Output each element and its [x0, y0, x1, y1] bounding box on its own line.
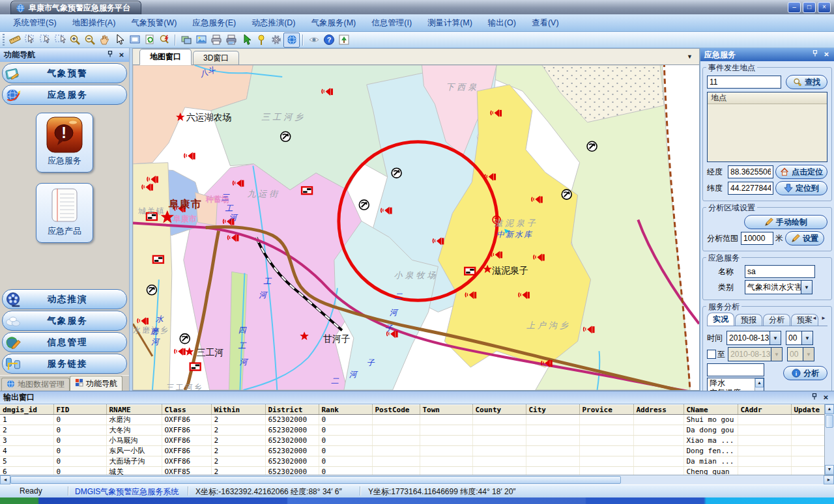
- chevron-down-icon[interactable]: ▼: [801, 281, 812, 294]
- table-row[interactable]: 30小马厩沟OXFF8626523020000Xiao ma ...: [0, 436, 824, 446]
- listbox-scrollbar[interactable]: ▲ ▼: [755, 378, 764, 391]
- mine-marker[interactable]: [392, 168, 401, 178]
- column-header[interactable]: Update: [791, 405, 824, 415]
- column-header[interactable]: RNAME: [106, 405, 162, 415]
- column-header[interactable]: City: [526, 405, 579, 415]
- service-type-select[interactable]: 气象和洪水灾害 ▼: [745, 280, 812, 294]
- location-list[interactable]: 地点: [707, 92, 827, 162]
- column-header[interactable]: CName: [683, 405, 738, 415]
- print-icon[interactable]: [208, 33, 223, 47]
- pointer-icon[interactable]: [112, 33, 127, 47]
- map-tab-0[interactable]: 地图窗口: [139, 49, 192, 65]
- select-poly-icon[interactable]: [37, 33, 52, 47]
- scroll-up-icon[interactable]: ▲: [825, 404, 834, 414]
- analysis-tab-2[interactable]: 分析: [763, 314, 790, 326]
- minimize-button[interactable]: –: [788, 2, 801, 13]
- ruler-icon[interactable]: [7, 33, 22, 47]
- nav-group-bottom-0[interactable]: 动态推演: [2, 289, 127, 309]
- map-canvas[interactable]: 八斗六运湖农场三工河乡下西泉九运街阜康市城关镇种蓄场阜康市水磨沟乡三工河三工河乡…: [133, 65, 699, 390]
- zoom-out-icon[interactable]: [82, 33, 97, 47]
- location-search-input[interactable]: [707, 76, 781, 89]
- menu-item-5[interactable]: 气象服务(M): [304, 18, 364, 29]
- column-header[interactable]: Rank: [319, 405, 372, 415]
- flag-marker[interactable]: [465, 268, 475, 275]
- shortcut-0[interactable]: !应急服务: [36, 113, 93, 173]
- menu-item-3[interactable]: 应急服务(E): [184, 18, 244, 29]
- click-locate-button[interactable]: 点击定位: [775, 165, 827, 179]
- nav-group-1[interactable]: 应急服务: [2, 85, 127, 105]
- latitude-input[interactable]: [728, 182, 773, 195]
- longitude-input[interactable]: [728, 165, 773, 178]
- mine-marker[interactable]: [562, 189, 571, 199]
- horizontal-scrollbar[interactable]: ◄ ►: [0, 475, 834, 484]
- column-header[interactable]: Within: [211, 405, 265, 415]
- menu-item-8[interactable]: 输出(O): [480, 18, 524, 29]
- menu-item-6[interactable]: 信息管理(I): [364, 18, 420, 29]
- go-arrow-icon[interactable]: [238, 33, 253, 47]
- map-layers-icon[interactable]: [179, 33, 194, 47]
- mine-marker[interactable]: [281, 132, 291, 141]
- flag-marker[interactable]: [302, 187, 312, 194]
- restore-button[interactable]: □: [803, 2, 816, 13]
- search-button[interactable]: 查找: [786, 75, 827, 89]
- location-list-header[interactable]: 地点: [708, 92, 827, 104]
- print-preview-icon[interactable]: [223, 33, 238, 47]
- goto-location-button[interactable]: 定位到: [775, 181, 827, 195]
- menu-item-7[interactable]: 测量计算(M): [420, 18, 480, 29]
- analysis-tab-1[interactable]: 预报: [735, 314, 762, 326]
- flag-marker[interactable]: [190, 363, 201, 371]
- select-rect-icon[interactable]: [22, 33, 37, 47]
- range-input[interactable]: [741, 232, 773, 245]
- close-icon[interactable]: ✕: [117, 51, 126, 60]
- pin-icon[interactable]: [810, 393, 820, 402]
- menu-item-0[interactable]: 系统管理(S): [5, 18, 65, 29]
- column-header[interactable]: County: [472, 405, 526, 415]
- pin-icon[interactable]: [106, 51, 115, 60]
- table-row[interactable]: 60城关OXFF8526523020000Cheng guan: [0, 467, 824, 475]
- menu-item-2[interactable]: 气象预警(W): [123, 18, 184, 29]
- scroll-right-icon[interactable]: ►: [824, 475, 834, 484]
- column-header[interactable]: dmgis_id: [0, 405, 53, 415]
- table-row[interactable]: 10水磨沟OXFF8626523020000Shui mo gou: [0, 415, 824, 425]
- zoom-locate-icon[interactable]: [157, 33, 172, 47]
- close-button[interactable]: ×: [818, 2, 831, 13]
- scrollbar-thumb[interactable]: [10, 476, 621, 484]
- mine-marker[interactable]: [147, 285, 156, 295]
- refresh-icon[interactable]: [142, 33, 157, 47]
- scrollbar-thumb[interactable]: [826, 415, 833, 428]
- zoom-in-icon[interactable]: [67, 33, 82, 47]
- map-tab-1[interactable]: 3D窗口: [193, 51, 239, 64]
- manual-draw-button[interactable]: 手动绘制: [744, 215, 827, 229]
- flag-marker[interactable]: [153, 256, 164, 263]
- mine-marker[interactable]: [359, 200, 369, 210]
- chevron-down-icon[interactable]: ▼: [801, 331, 812, 344]
- scroll-up-icon[interactable]: ▲: [755, 378, 764, 387]
- service-name-input[interactable]: [745, 265, 815, 278]
- menu-item-4[interactable]: 动态推演(D): [244, 18, 303, 29]
- column-header[interactable]: Town: [420, 405, 472, 415]
- hour-select[interactable]: 00 ▼: [786, 331, 813, 345]
- analysis-tab-0[interactable]: 实况: [707, 313, 734, 326]
- date-select[interactable]: 2010-08-13 ▼: [726, 331, 781, 345]
- column-header[interactable]: PostCode: [372, 405, 420, 415]
- legend-tree-icon[interactable]: [336, 33, 351, 47]
- tab-scroll-icons[interactable]: ◄ ►: [812, 315, 827, 321]
- close-icon[interactable]: ✕: [822, 50, 831, 59]
- analyze-button[interactable]: i 分析: [783, 366, 827, 380]
- shortcut-1[interactable]: 应急产品: [36, 183, 93, 243]
- nav-group-bottom-3[interactable]: 服务链接: [2, 354, 127, 374]
- column-header[interactable]: Provice: [579, 405, 633, 415]
- nav-group-bottom-1[interactable]: 气象服务: [2, 311, 127, 331]
- help-icon[interactable]: ?: [321, 33, 336, 47]
- image-export-icon[interactable]: [194, 33, 208, 47]
- close-icon[interactable]: ✕: [821, 393, 831, 402]
- column-header[interactable]: CAddr: [738, 405, 791, 415]
- panel-tab-1[interactable]: 功能导航: [70, 376, 122, 391]
- pin-marker-icon[interactable]: [253, 33, 268, 47]
- mine-marker[interactable]: [587, 141, 597, 151]
- pin-icon[interactable]: [811, 50, 820, 59]
- scroll-down-icon[interactable]: ▼: [825, 465, 834, 475]
- chevron-down-icon[interactable]: ▼: [769, 331, 781, 344]
- nav-group-0[interactable]: 气象预警: [2, 63, 127, 83]
- panel-tab-0[interactable]: 地图数据管理: [1, 378, 70, 391]
